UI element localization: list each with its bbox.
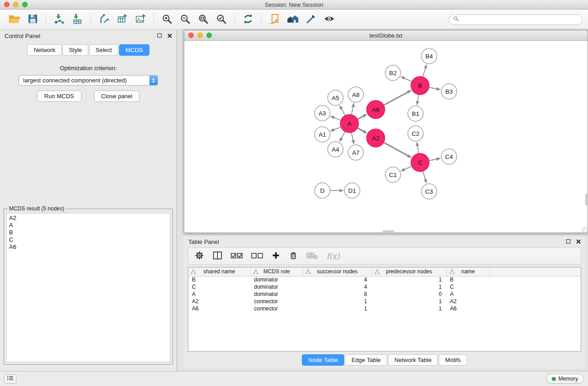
graph-edge-A-A6[interactable] [358, 114, 367, 119]
table-cell[interactable]: connector [250, 298, 303, 305]
tab-style[interactable]: Style [62, 44, 88, 56]
mcds-result-item[interactable]: A2 [7, 214, 170, 222]
table-cell[interactable]: A [446, 291, 490, 298]
graph-node-A7[interactable]: A7 [348, 145, 363, 160]
graph-node-B3[interactable]: B3 [441, 84, 457, 99]
column-header-mcds-role[interactable]: MCDS role [250, 267, 303, 276]
table-tab-network-table[interactable]: Network Table [388, 354, 438, 366]
mcds-result-list[interactable]: A2ABCA6 [6, 213, 170, 362]
home-button[interactable] [284, 11, 302, 28]
table-row[interactable]: Cdominator41C [188, 283, 581, 291]
column-header-successor-nodes[interactable]: successor nodes [303, 267, 372, 276]
column-header-label[interactable]: name [461, 268, 475, 275]
graph-edge-B-B3[interactable] [430, 87, 440, 90]
graph-node-C3[interactable]: C3 [421, 184, 437, 199]
table-cell[interactable]: 4 [303, 283, 372, 291]
mcds-result-item[interactable]: C [7, 236, 170, 243]
import-table-button[interactable] [68, 11, 86, 28]
table-tab-node-table[interactable]: Node Table [302, 354, 344, 366]
network-canvas[interactable]: B4B2BB3A8A5A6B1A3AC2A1A2A4A7C4CC1C3DD1 [184, 41, 588, 233]
zoom-selected-button[interactable] [212, 11, 230, 28]
open-document-button[interactable] [266, 11, 284, 28]
create-column-button[interactable] [272, 249, 280, 263]
close-panel-icon[interactable] [576, 238, 581, 245]
tab-network[interactable]: Network [27, 44, 62, 56]
export-image-button[interactable] [131, 11, 149, 28]
graph-node-C[interactable]: C [411, 153, 429, 172]
graph-edge-B-B1[interactable] [417, 95, 419, 105]
criterion-select[interactable]: largest connected component (directed) [19, 75, 158, 86]
table-cell[interactable]: dominator [250, 291, 303, 298]
graph-node-B4[interactable]: B4 [421, 48, 437, 64]
annotation-button[interactable] [302, 11, 320, 28]
table-cell[interactable]: 8 [303, 291, 372, 298]
table-cell[interactable]: 1 [372, 283, 446, 291]
graph-node-D1[interactable]: D1 [344, 183, 360, 198]
mcds-result-item[interactable]: A6 [7, 243, 170, 251]
delete-column-button[interactable] [289, 249, 298, 263]
table-tab-edge-table[interactable]: Edge Table [345, 354, 387, 366]
table-cell[interactable]: A6 [446, 305, 490, 312]
close-network-window-button[interactable] [188, 33, 194, 38]
graph-node-A1[interactable]: A1 [315, 127, 330, 142]
close-panel-icon[interactable] [167, 33, 172, 39]
graph-edge-A-A8[interactable] [352, 104, 354, 114]
table-cell[interactable]: A [188, 291, 250, 298]
table-cell[interactable]: connector [250, 305, 303, 312]
function-builder-button[interactable]: f(x) [326, 252, 339, 261]
resize-grip[interactable] [582, 227, 588, 233]
show-graphics-button[interactable] [320, 11, 338, 28]
apply-layout-button[interactable] [239, 11, 257, 28]
graph-node-C2[interactable]: C2 [408, 126, 423, 141]
table-cell[interactable]: dominator [250, 283, 303, 291]
close-panel-button[interactable]: Close panel [94, 91, 140, 102]
table-row[interactable]: Bdominator41B [188, 276, 581, 283]
table-cell[interactable]: A2 [188, 298, 250, 305]
horizontal-scrollbar-thumb[interactable] [382, 230, 394, 232]
table-cell[interactable]: B [188, 276, 250, 283]
float-panel-icon[interactable] [157, 33, 162, 39]
graph-node-D[interactable]: D [315, 183, 330, 198]
table-cell[interactable]: 4 [303, 276, 372, 283]
graph-edge-A-A2[interactable] [358, 128, 367, 133]
graph-node-A8[interactable]: A8 [348, 87, 363, 102]
table-row[interactable]: A2connector11A2 [188, 298, 581, 305]
column-tree-icon[interactable] [306, 269, 311, 276]
close-window-button[interactable] [4, 2, 10, 7]
zoom-network-window-button[interactable] [206, 33, 212, 38]
network-graph[interactable]: B4B2BB3A8A5A6B1A3AC2A1A2A4A7C4CC1C3DD1 [184, 41, 588, 233]
column-header-label[interactable]: predecessor nodes [386, 268, 432, 275]
tab-select[interactable]: Select [89, 44, 118, 56]
column-header-label[interactable]: MCDS role [263, 268, 290, 275]
zoom-out-button[interactable] [176, 11, 194, 28]
table-cell[interactable]: 0 [372, 291, 446, 298]
graph-edge-A2-C[interactable] [384, 143, 411, 157]
vertical-scrollbar-thumb[interactable] [585, 194, 587, 205]
column-header-label[interactable]: successor nodes [317, 268, 358, 275]
new-table-button[interactable] [113, 11, 131, 28]
zoom-window-button[interactable] [22, 2, 28, 7]
table-cell[interactable]: C [188, 283, 250, 291]
table-cell[interactable]: 1 [303, 298, 372, 305]
table-cell[interactable]: B [446, 276, 490, 283]
graph-node-A[interactable]: A [340, 114, 359, 133]
graph-node-C4[interactable]: C4 [441, 149, 457, 164]
table-tab-motifs[interactable]: Motifs [439, 354, 467, 366]
table-cell[interactable]: A2 [446, 298, 490, 305]
import-network-button[interactable] [50, 11, 68, 28]
column-tree-icon[interactable] [374, 269, 380, 276]
column-tree-icon[interactable] [449, 269, 454, 276]
table-cell[interactable]: 1 [372, 276, 446, 283]
table-row[interactable]: Adominator80A [188, 291, 581, 298]
graph-edge-C-C3[interactable] [423, 172, 426, 183]
column-tree-icon[interactable] [253, 269, 258, 276]
graph-node-B1[interactable]: B1 [408, 106, 423, 121]
minimize-window-button[interactable] [13, 2, 19, 7]
table-cell[interactable]: 1 [372, 298, 446, 305]
graph-edge-A-A3[interactable] [331, 116, 341, 120]
graph-edge-A6-B[interactable] [384, 91, 411, 105]
table-cell[interactable]: 1 [372, 305, 446, 312]
run-mcds-button[interactable]: Run MCDS [37, 91, 81, 102]
search-input[interactable] [461, 16, 578, 23]
table-cell[interactable]: A6 [188, 305, 250, 312]
